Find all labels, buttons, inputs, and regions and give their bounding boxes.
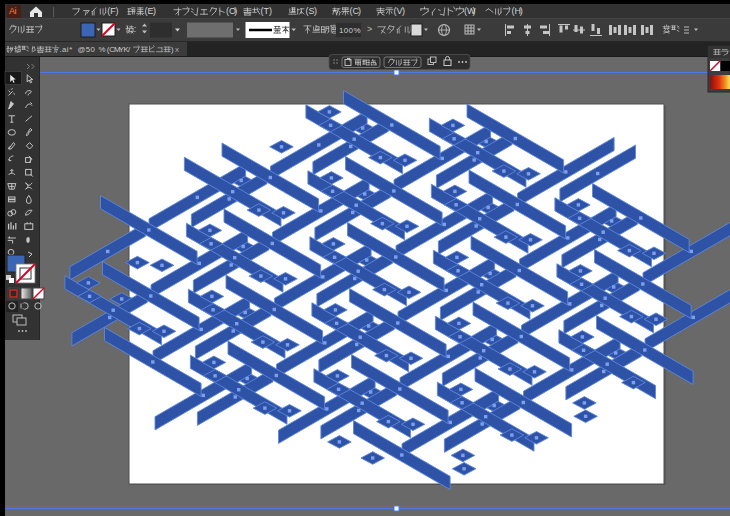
svg-text::: : xyxy=(134,24,137,34)
svg-text:i: i xyxy=(14,6,16,16)
svg-text:): ) xyxy=(116,6,119,16)
svg-text:): ) xyxy=(269,6,272,16)
svg-text:): ) xyxy=(358,6,361,16)
svg-text:): ) xyxy=(153,6,156,16)
svg-text:>: > xyxy=(367,24,372,34)
svg-text:): ) xyxy=(234,6,237,16)
svg-text:): ) xyxy=(402,6,405,16)
svg-text:%: % xyxy=(353,26,360,35)
svg-text:0: 0 xyxy=(90,45,95,54)
svg-text:@: @ xyxy=(78,45,86,54)
svg-text:%: % xyxy=(99,45,106,54)
svg-text:): ) xyxy=(314,6,317,16)
svg-text:*: * xyxy=(69,45,72,54)
svg-text:): ) xyxy=(473,6,476,16)
svg-text:): ) xyxy=(171,45,174,54)
svg-text:x: x xyxy=(175,45,179,54)
svg-text:): ) xyxy=(520,6,523,16)
